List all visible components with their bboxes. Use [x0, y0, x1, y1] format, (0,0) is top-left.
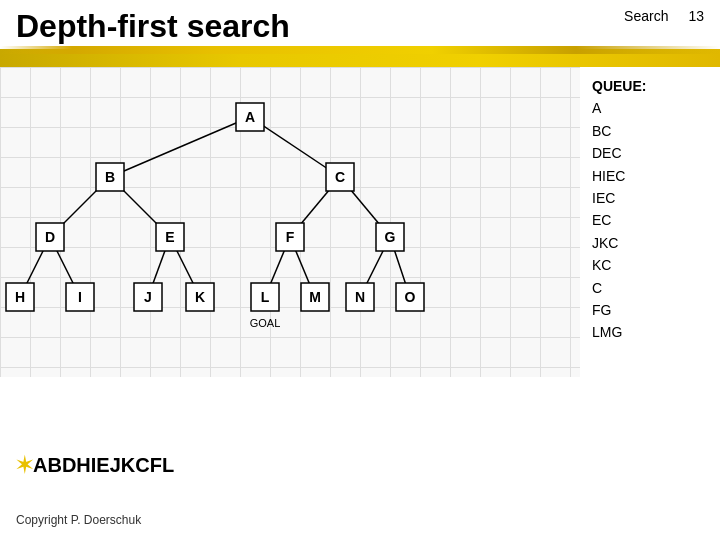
- queue-item: DEC: [592, 142, 708, 164]
- tree-node: C: [326, 163, 354, 191]
- tree-svg: ABCDEFGHIJKLMNOGOAL: [0, 67, 580, 377]
- svg-text:C: C: [335, 169, 345, 185]
- tree-node: B: [96, 163, 124, 191]
- tree-node: E: [156, 223, 184, 251]
- tree-node: F: [276, 223, 304, 251]
- queue-item: C: [592, 277, 708, 299]
- svg-text:H: H: [15, 289, 25, 305]
- queue-item: HIEC: [592, 165, 708, 187]
- tree-node: D: [36, 223, 64, 251]
- svg-text:D: D: [45, 229, 55, 245]
- page-title: Depth-first search: [16, 8, 290, 45]
- tree-node: H: [6, 283, 34, 311]
- queue-item: A: [592, 97, 708, 119]
- queue-item: IEC: [592, 187, 708, 209]
- queue-item: JKC: [592, 232, 708, 254]
- queue-item: EC: [592, 209, 708, 231]
- traversal-star: ✶: [16, 454, 33, 476]
- yellow-bar: [0, 49, 720, 67]
- tree-node: G: [376, 223, 404, 251]
- tree-node: M: [301, 283, 329, 311]
- tree-node: O: [396, 283, 424, 311]
- svg-text:L: L: [261, 289, 270, 305]
- traversal-text: ABDHIEJKCFL: [33, 454, 174, 476]
- search-label: Search: [624, 8, 668, 24]
- tree-node: I: [66, 283, 94, 311]
- svg-text:O: O: [405, 289, 416, 305]
- svg-text:M: M: [309, 289, 321, 305]
- queue-list: ABCDECHIECIECECJKCKCCFGLMG: [592, 97, 708, 343]
- queue-label: QUEUE:: [592, 78, 646, 94]
- header: Depth-first search Search 13: [0, 0, 720, 45]
- tree-edge: [110, 117, 250, 177]
- svg-text:A: A: [245, 109, 255, 125]
- svg-text:G: G: [385, 229, 396, 245]
- queue-item: KC: [592, 254, 708, 276]
- traversal-sequence: ✶ABDHIEJKCFL: [16, 453, 174, 477]
- svg-text:E: E: [165, 229, 174, 245]
- svg-text:J: J: [144, 289, 152, 305]
- svg-text:K: K: [195, 289, 205, 305]
- main-content: ABCDEFGHIJKLMNOGOAL ✶ABDHIEJKCFL Copyrig…: [0, 67, 720, 537]
- goal-label: GOAL: [250, 317, 281, 329]
- queue-item: LMG: [592, 321, 708, 343]
- header-right: Search 13: [624, 8, 704, 24]
- tree-node: K: [186, 283, 214, 311]
- svg-text:F: F: [286, 229, 295, 245]
- page-number: 13: [688, 8, 704, 24]
- svg-text:I: I: [78, 289, 82, 305]
- tree-area: ABCDEFGHIJKLMNOGOAL ✶ABDHIEJKCFL Copyrig…: [0, 67, 580, 537]
- copyright: Copyright P. Doerschuk: [16, 513, 141, 527]
- right-panel: QUEUE: ABCDECHIECIECECJKCKCCFGLMG: [580, 67, 720, 537]
- tree-node: J: [134, 283, 162, 311]
- tree-node: N: [346, 283, 374, 311]
- tree-node: L: [251, 283, 279, 311]
- queue-item: FG: [592, 299, 708, 321]
- tree-node: A: [236, 103, 264, 131]
- svg-text:N: N: [355, 289, 365, 305]
- svg-text:B: B: [105, 169, 115, 185]
- queue-item: BC: [592, 120, 708, 142]
